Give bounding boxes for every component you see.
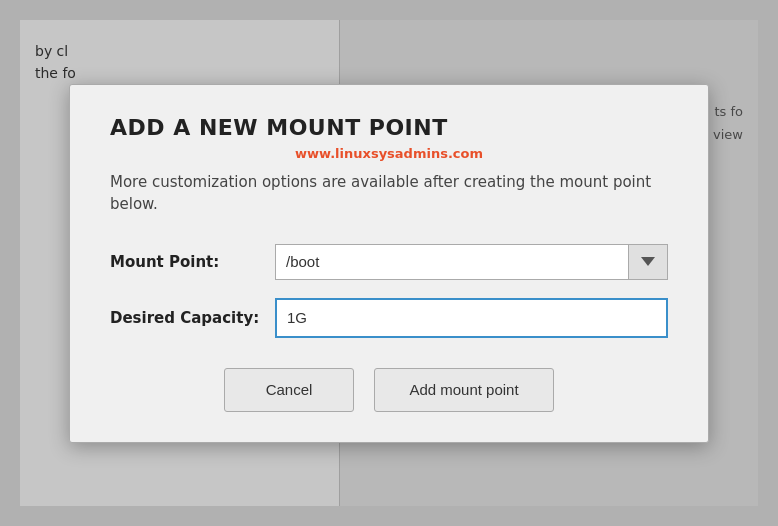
mount-point-input[interactable] — [275, 244, 628, 280]
add-mount-point-button[interactable]: Add mount point — [374, 368, 554, 412]
chevron-down-icon — [641, 257, 655, 266]
desired-capacity-row: Desired Capacity: — [110, 298, 668, 338]
mount-point-dropdown-button[interactable] — [628, 244, 668, 280]
cancel-button[interactable]: Cancel — [224, 368, 354, 412]
modal-overlay: ADD A NEW MOUNT POINT www.linuxsysadmins… — [0, 0, 778, 526]
modal-buttons: Cancel Add mount point — [110, 368, 668, 412]
mount-point-container — [275, 244, 668, 280]
modal-description: More customization options are available… — [110, 171, 668, 216]
modal-dialog: ADD A NEW MOUNT POINT www.linuxsysadmins… — [69, 84, 709, 443]
desired-capacity-label: Desired Capacity: — [110, 309, 275, 327]
desired-capacity-input[interactable] — [275, 298, 668, 338]
modal-title: ADD A NEW MOUNT POINT — [110, 115, 668, 140]
mount-point-row: Mount Point: — [110, 244, 668, 280]
modal-watermark: www.linuxsysadmins.com — [110, 146, 668, 161]
mount-point-label: Mount Point: — [110, 253, 275, 271]
